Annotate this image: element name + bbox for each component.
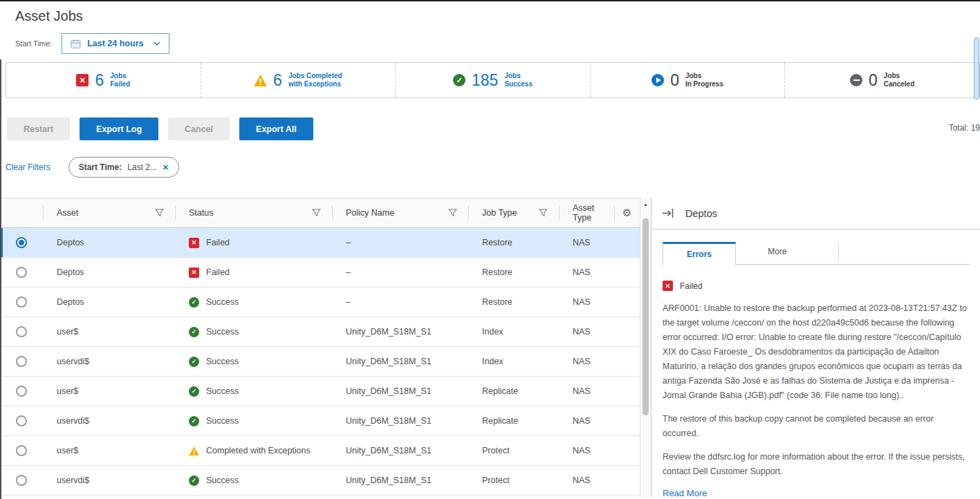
success-icon: ✓ [189, 386, 199, 397]
filter-icon[interactable] [448, 209, 457, 217]
cell-policy: Unity_D6M_S18M_S1 [332, 327, 468, 337]
export-log-button[interactable]: Export Log [80, 117, 158, 140]
row-radio[interactable] [16, 445, 27, 456]
detail-status: Failed [680, 281, 703, 291]
main-area: Asset Status Policy Name Job Type Asset … [0, 198, 980, 497]
row-radio[interactable] [16, 356, 27, 367]
row-radio[interactable] [16, 237, 27, 248]
cell-job-type: Index [468, 327, 559, 337]
row-radio[interactable] [16, 326, 27, 337]
chip-close-icon[interactable]: ✕ [163, 163, 169, 172]
canceled-icon [850, 74, 862, 86]
cell-job-type: Index [468, 357, 559, 366]
error-paragraph: Review the ddfsrc.log for more informati… [663, 450, 970, 479]
error-paragraph: The restore of this backup copy cannot b… [663, 412, 970, 441]
detail-tabs: Errors More [663, 239, 970, 265]
summary-failed[interactable]: ✕ 6 JobsFailed [6, 63, 201, 97]
cell-policy: Unity_D6M_S18M_S1 [332, 416, 468, 426]
clear-filters-link[interactable]: Clear Filters [6, 162, 50, 172]
table-row[interactable]: uservdi$ ✓Success Unity_D6M_S18M_S1 Prot… [0, 466, 640, 496]
cell-asset-type: NAS [559, 446, 614, 455]
cancel-button[interactable]: Cancel [168, 117, 230, 140]
table-row[interactable]: uservdi$ ✓Success Unity_D6M_S18M_S1 Inde… [0, 347, 640, 377]
row-radio[interactable] [16, 296, 27, 308]
table-scrollbar-thumb[interactable] [642, 218, 649, 415]
success-icon: ✓ [189, 297, 199, 308]
table-header: Asset Status Policy Name Job Type Asset … [0, 198, 640, 228]
window-edge [0, 59, 1, 499]
cell-policy: Unity_D6M_S18M_S1 [332, 476, 468, 485]
cell-asset: uservdi$ [43, 357, 175, 366]
table-row[interactable]: Deptos ✓Success – Restore NAS [0, 288, 640, 317]
page-scrollbar-thumb[interactable] [974, 37, 979, 100]
filter-icon[interactable] [312, 209, 321, 217]
success-icon: ✓ [453, 74, 465, 86]
failed-icon: ✕ [663, 281, 673, 291]
time-range-dropdown[interactable]: Last 24 hours [62, 33, 169, 54]
cell-asset: uservdi$ [43, 416, 175, 426]
table-row[interactable]: Deptos ✕Failed – Restore NAS [0, 258, 640, 288]
cell-policy: – [332, 297, 468, 307]
cell-asset-type: NAS [559, 267, 614, 277]
cell-asset: user$ [43, 386, 175, 396]
jobs-table: Asset Status Policy Name Job Type Asset … [0, 198, 640, 497]
tab-errors[interactable]: Errors [663, 242, 736, 265]
detail-title: Deptos [685, 208, 717, 219]
tab-divider [838, 244, 839, 261]
total-count: Total: 19 [949, 123, 980, 133]
in-progress-count: 0 [670, 71, 679, 90]
table-row[interactable]: user$ Completed with Exceptions Unity_D6… [0, 436, 640, 466]
cell-status: Success [206, 386, 239, 396]
summary-exceptions[interactable]: 6 Jobs Completedwith Exceptions [201, 63, 396, 97]
filter-chips-row: Clear Filters Start Time: Last 2... ✕ [6, 157, 980, 178]
failed-icon: ✕ [189, 238, 199, 248]
cell-asset: Deptos [43, 297, 175, 307]
table-row[interactable]: uservdi$ ✓Success Unity_D6M_S18M_S1 Repl… [0, 406, 640, 436]
col-asset-type: Asset Type [573, 203, 614, 223]
col-status: Status [189, 208, 213, 218]
actions-toolbar: Restart Export Log Cancel Export All Tot… [7, 117, 980, 140]
page-header: Asset Jobs [0, 1, 980, 24]
restart-button[interactable]: Restart [7, 117, 70, 140]
tab-more[interactable]: More [736, 241, 819, 264]
cell-asset: Deptos [43, 238, 175, 247]
in-progress-icon [651, 74, 664, 86]
row-radio[interactable] [16, 475, 27, 486]
cell-asset-type: NAS [559, 416, 614, 426]
success-icon: ✓ [189, 327, 199, 337]
scroll-up-icon[interactable]: ▲ [640, 198, 651, 207]
row-radio[interactable] [16, 415, 27, 426]
summary-canceled[interactable]: 0 JobsCanceled [785, 63, 979, 97]
cell-status: Failed [206, 238, 230, 247]
cell-status: Completed with Exceptions [206, 446, 311, 455]
table-row[interactable]: user$ ✓Success Unity_D6M_S18M_S1 Replica… [0, 377, 640, 406]
table-row[interactable]: user$ ✓Success Unity_D6M_S18M_S1 Index N… [0, 317, 640, 347]
collapse-panel-icon[interactable] [663, 209, 674, 218]
failed-count: 6 [95, 71, 104, 90]
filter-icon[interactable] [539, 209, 548, 217]
row-radio[interactable] [16, 267, 27, 278]
table-scrollbar[interactable]: ▲ [640, 198, 651, 497]
error-message: ARF0001: Unable to restore the backup pe… [663, 301, 970, 479]
read-more-link[interactable]: Read More [663, 488, 970, 497]
cell-asset: user$ [43, 327, 175, 337]
table-row[interactable]: Deptos ✕Failed – Restore NAS [0, 228, 640, 258]
cell-job-type: Replicate [468, 416, 559, 426]
cell-asset: Deptos [43, 267, 175, 277]
page-title: Asset Jobs [15, 8, 980, 24]
cell-asset-type: NAS [559, 327, 614, 337]
success-icon: ✓ [189, 357, 199, 367]
gear-icon[interactable]: ⚙ [622, 207, 631, 219]
col-job-type: Job Type [482, 208, 517, 218]
summary-success[interactable]: ✓ 185 JobsSuccess [396, 63, 591, 97]
cell-asset-type: NAS [559, 476, 614, 485]
filter-icon[interactable] [155, 209, 164, 217]
cell-job-type: Replicate [468, 386, 559, 396]
summary-in-progress[interactable]: 0 JobsIn Progress [591, 63, 786, 97]
cell-asset: uservdi$ [43, 476, 175, 485]
success-count: 185 [472, 71, 498, 90]
start-time-chip[interactable]: Start Time: Last 2... ✕ [68, 157, 179, 178]
export-all-button[interactable]: Export All [239, 117, 313, 140]
row-radio[interactable] [16, 386, 27, 397]
failed-icon: ✕ [189, 267, 199, 278]
